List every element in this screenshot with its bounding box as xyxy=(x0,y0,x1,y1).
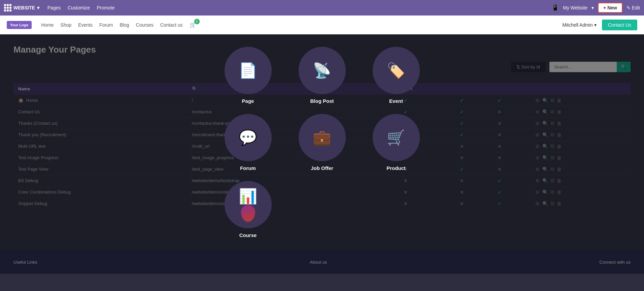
site-nav-home[interactable]: Home xyxy=(41,22,54,28)
nav-pages[interactable]: Pages xyxy=(45,5,64,10)
type-page[interactable]: 📄 Page xyxy=(218,47,278,104)
new-button[interactable]: + New xyxy=(598,3,622,13)
site-logo[interactable]: Your Logo xyxy=(7,21,32,29)
page-label: Page xyxy=(242,98,254,104)
top-bar-left: WEBSITE ▾ Pages Customize Promote xyxy=(4,4,117,11)
website-name[interactable]: My Website xyxy=(563,5,587,10)
job-offer-label: Job Offer xyxy=(311,165,333,171)
site-nav-links: Home Shop Events Forum Blog Courses Cont… xyxy=(41,22,196,28)
page-circle[interactable]: 📄 xyxy=(225,47,272,94)
type-product[interactable]: 🛒 Product xyxy=(366,114,427,171)
cart-icon[interactable]: 🛒 8 xyxy=(190,22,196,28)
site-nav-left: Your Logo Home Shop Events Forum Blog Co… xyxy=(7,21,196,29)
edit-button[interactable]: ✎ Edit xyxy=(626,5,640,10)
type-job-offer[interactable]: 💼 Job Offer xyxy=(292,114,352,171)
forum-circle[interactable]: 💬 xyxy=(225,114,272,161)
site-nav-contact[interactable]: Contact us xyxy=(160,22,183,28)
presentation-icon: 📊 xyxy=(239,187,257,205)
footer-bar: Useful Links About us Connect with us xyxy=(0,250,644,274)
site-nav-shop[interactable]: Shop xyxy=(61,22,72,28)
course-circle[interactable]: 📊 xyxy=(225,181,272,228)
type-picker: 📄 Page 📡 Blog Post 🏷️ Event 💬 Forum 💼 Jo… xyxy=(204,33,440,252)
mobile-icon[interactable]: 📱 xyxy=(551,4,559,11)
forum-label: Forum xyxy=(240,165,256,171)
type-event[interactable]: 🏷️ Event xyxy=(366,47,427,104)
type-blog-post[interactable]: 📡 Blog Post xyxy=(292,47,352,104)
brand-chevron: ▾ xyxy=(37,5,39,10)
brand-label: WEBSITE xyxy=(13,5,35,10)
site-nav-right: Mitchell Admin ▾ Contact Us xyxy=(562,20,637,30)
page-icon: 📄 xyxy=(239,62,257,79)
top-bar-right: 📱 My Website ▾ + New ✎ Edit xyxy=(551,3,640,13)
contact-us-button[interactable]: Contact Us xyxy=(602,20,637,30)
footer-connect: Connect with us xyxy=(599,260,631,265)
footer-about-us: About us xyxy=(310,260,327,265)
main-content: Manage Your Pages ⇅ Sort by Id 🔍 Name 🔍 … xyxy=(0,34,644,250)
type-course[interactable]: 📊 Course xyxy=(218,181,278,238)
type-picker-overlay[interactable]: 📄 Page 📡 Blog Post 🏷️ Event 💬 Forum 💼 Jo… xyxy=(0,34,644,250)
blog-post-icon: 📡 xyxy=(313,62,331,79)
water-drop-icon xyxy=(241,205,255,222)
site-nav-forum[interactable]: Forum xyxy=(99,22,113,28)
forum-icon: 💬 xyxy=(239,129,257,146)
blog-post-circle[interactable]: 📡 xyxy=(299,47,346,94)
site-nav-events[interactable]: Events xyxy=(78,22,93,28)
cart-badge: 8 xyxy=(194,19,200,24)
site-nav: Your Logo Home Shop Events Forum Blog Co… xyxy=(0,16,644,34)
grid-icon xyxy=(4,4,11,11)
website-brand[interactable]: WEBSITE ▾ xyxy=(4,4,39,11)
event-icon: 🏷️ xyxy=(387,62,405,79)
footer-useful-links: Useful Links xyxy=(13,260,37,265)
site-nav-blog[interactable]: Blog xyxy=(120,22,129,28)
admin-chevron: ▾ xyxy=(594,22,597,28)
site-nav-courses[interactable]: Courses xyxy=(136,22,154,28)
admin-name: Mitchell Admin xyxy=(562,22,592,28)
job-offer-circle[interactable]: 💼 xyxy=(299,114,346,161)
type-forum[interactable]: 💬 Forum xyxy=(218,114,278,171)
nav-promote[interactable]: Promote xyxy=(94,5,117,10)
event-circle[interactable]: 🏷️ xyxy=(373,47,420,94)
website-chevron: ▾ xyxy=(591,5,594,10)
job-offer-icon: 💼 xyxy=(313,129,331,146)
admin-dropdown[interactable]: Mitchell Admin ▾ xyxy=(562,22,596,28)
blog-post-label: Blog Post xyxy=(310,98,334,104)
event-label: Event xyxy=(389,98,403,104)
product-circle[interactable]: 🛒 xyxy=(373,114,420,161)
course-label: Course xyxy=(239,232,257,238)
nav-customize[interactable]: Customize xyxy=(65,5,93,10)
product-label: Product xyxy=(386,165,406,171)
top-bar-nav: Pages Customize Promote xyxy=(45,5,117,11)
product-icon: 🛒 xyxy=(387,129,405,146)
top-bar: WEBSITE ▾ Pages Customize Promote 📱 My W… xyxy=(0,0,644,16)
